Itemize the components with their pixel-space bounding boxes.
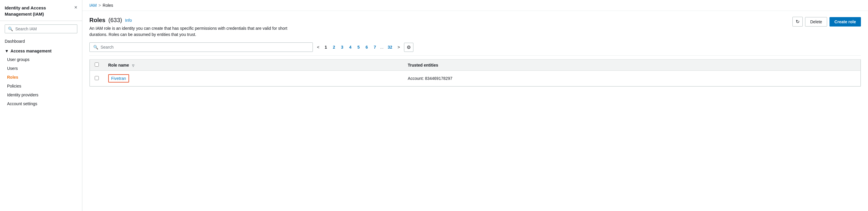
sidebar-item-account-settings[interactable]: Account settings bbox=[0, 99, 82, 108]
sidebar-title: Identity and Access Management (IAM) bbox=[5, 5, 46, 17]
sidebar-item-roles[interactable]: Roles bbox=[0, 73, 82, 82]
sidebar: Identity and Access Management (IAM) × 🔍… bbox=[0, 0, 82, 211]
sort-icon: ▽ bbox=[132, 64, 134, 67]
table-search-input[interactable] bbox=[100, 45, 309, 50]
sidebar-access-management-header: ▼ Access management bbox=[0, 46, 82, 55]
breadcrumb-current: Roles bbox=[103, 3, 113, 8]
close-button[interactable]: × bbox=[74, 5, 78, 10]
sidebar-item-policies[interactable]: Policies bbox=[0, 82, 82, 90]
select-all-checkbox[interactable] bbox=[95, 62, 99, 67]
refresh-button[interactable]: ↻ bbox=[793, 17, 803, 27]
table-search-icon: 🔍 bbox=[93, 45, 98, 50]
page-header-left: Roles (633) Info An IAM role is an ident… bbox=[89, 17, 295, 38]
controls-row: 🔍 < 1 2 3 4 5 6 7 ... 32 > ⚙ bbox=[89, 43, 861, 56]
row-role-name-cell: Fivetran bbox=[103, 71, 403, 86]
chevron-down-icon: ▼ bbox=[5, 49, 9, 53]
page-title-row: Roles (633) Info bbox=[89, 17, 295, 24]
row-checkbox-cell bbox=[90, 71, 104, 86]
search-icon: 🔍 bbox=[8, 27, 13, 31]
pagination-page-3[interactable]: 3 bbox=[339, 44, 346, 51]
create-role-button[interactable]: Create role bbox=[830, 17, 861, 27]
sidebar-item-users[interactable]: Users bbox=[0, 64, 82, 73]
row-checkbox[interactable] bbox=[95, 76, 99, 80]
pagination-prev-button[interactable]: < bbox=[315, 44, 321, 51]
table-wrapper: Role name ▽ Trusted entities Fivetran bbox=[89, 59, 861, 87]
row-trusted-entities-cell: Account: 834469178297 bbox=[403, 71, 861, 86]
table-body: Fivetran Account: 834469178297 bbox=[90, 71, 861, 86]
pagination-page-4[interactable]: 4 bbox=[347, 44, 354, 51]
pagination-page-7[interactable]: 7 bbox=[371, 44, 378, 51]
delete-button[interactable]: Delete bbox=[805, 17, 827, 27]
table-settings-button[interactable]: ⚙ bbox=[404, 43, 413, 52]
pagination-page-6[interactable]: 6 bbox=[363, 44, 370, 51]
header-role-name[interactable]: Role name ▽ bbox=[103, 59, 403, 71]
pagination: < 1 2 3 4 5 6 7 ... 32 > bbox=[315, 44, 402, 51]
table-search-box: 🔍 bbox=[89, 43, 313, 52]
pagination-page-2[interactable]: 2 bbox=[331, 44, 338, 51]
page-header: Roles (633) Info An IAM role is an ident… bbox=[89, 17, 861, 38]
pagination-last-page[interactable]: 32 bbox=[385, 44, 395, 51]
header-checkbox-col bbox=[90, 59, 104, 71]
header-actions: ↻ Delete Create role bbox=[793, 17, 861, 27]
role-name-label: Role name bbox=[108, 63, 129, 68]
sidebar-search-container: 🔍 bbox=[0, 21, 82, 37]
pagination-page-1[interactable]: 1 bbox=[322, 44, 329, 51]
pagination-next-button[interactable]: > bbox=[396, 44, 402, 51]
page-description: An IAM role is an identity you can creat… bbox=[89, 25, 295, 38]
sidebar-search-box: 🔍 bbox=[5, 24, 78, 33]
search-input[interactable] bbox=[15, 27, 74, 31]
table-header: Role name ▽ Trusted entities bbox=[90, 59, 861, 71]
sidebar-header: Identity and Access Management (IAM) × bbox=[0, 0, 82, 21]
pagination-ellipsis: ... bbox=[380, 44, 384, 51]
pagination-page-5[interactable]: 5 bbox=[355, 44, 362, 51]
table-header-row: Role name ▽ Trusted entities bbox=[90, 59, 861, 71]
header-trusted-entities: Trusted entities bbox=[403, 59, 861, 71]
sidebar-item-dashboard[interactable]: Dashboard bbox=[0, 37, 82, 46]
role-name-link[interactable]: Fivetran bbox=[108, 74, 129, 82]
content-area: Roles (633) Info An IAM role is an ident… bbox=[82, 11, 868, 211]
main-content: IAM > Roles Roles (633) Info An IAM role… bbox=[82, 0, 868, 211]
breadcrumb-iam-link[interactable]: IAM bbox=[89, 3, 97, 8]
table-row: Fivetran Account: 834469178297 bbox=[90, 71, 861, 86]
roles-table: Role name ▽ Trusted entities Fivetran bbox=[90, 59, 861, 86]
sidebar-item-user-groups[interactable]: User groups bbox=[0, 55, 82, 64]
breadcrumb-separator: > bbox=[98, 3, 101, 8]
page-title: Roles bbox=[89, 17, 105, 24]
sidebar-item-identity-providers[interactable]: Identity providers bbox=[0, 90, 82, 99]
breadcrumb: IAM > Roles bbox=[82, 0, 868, 11]
roles-count: (633) bbox=[108, 17, 122, 24]
access-management-label: Access management bbox=[10, 49, 52, 53]
info-link[interactable]: Info bbox=[125, 18, 132, 23]
